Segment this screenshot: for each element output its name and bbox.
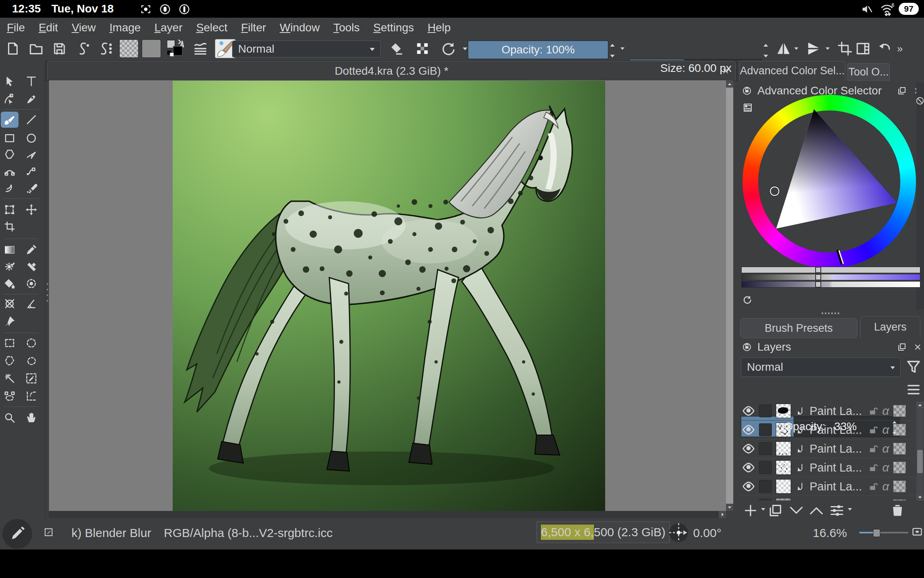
tool-gradient[interactable] [1,242,18,258]
workspace-chooser-button[interactable] [853,40,873,57]
blend-mode-dropdown[interactable]: Normal [232,41,381,57]
tab-advanced-color-selector[interactable]: Advanced Color Sel... [739,61,845,81]
reload-preset-button[interactable] [438,40,459,57]
inherit-alpha-checker-icon[interactable] [893,499,906,500]
layer-properties-options-arrow[interactable] [847,508,853,511]
visibility-eye-icon[interactable] [742,463,755,472]
tool-line[interactable] [22,112,40,128]
layer-list-scrollbar[interactable] [916,402,924,500]
visibility-eye-icon[interactable] [742,482,755,491]
no-color-icon[interactable] [916,96,924,105]
pattern-swatch[interactable] [141,40,161,57]
layer-row[interactable]: Paint La... α [739,477,916,496]
menu-select[interactable]: Select [189,21,234,34]
layer-properties-button[interactable] [829,503,845,518]
tool-select-shapes[interactable] [1,73,18,89]
alpha-lock-icon[interactable]: α [882,498,889,500]
pattern-curve-button[interactable] [96,40,116,57]
colorspace-label[interactable]: RGB/Alpha (8-b...V2-srgbtrc.icc [164,526,332,540]
tool-enclose-fill[interactable] [22,276,40,292]
current-brush-name[interactable]: k) Blender Blur [71,526,151,540]
tab-tool-options[interactable]: Tool O... [847,63,890,81]
new-document-button[interactable] [3,40,22,57]
layer-opacity-spinner[interactable] [891,419,898,437]
shade-bar-1[interactable] [741,267,920,273]
tool-magic-wand-select[interactable] [1,370,18,386]
lock-icon[interactable] [868,481,878,492]
layer-color-label[interactable] [759,480,772,493]
layer-row[interactable]: Paint La... α [739,421,916,439]
layer-color-label[interactable] [759,499,772,500]
menu-tools[interactable]: Tools [326,21,366,34]
layer-color-label[interactable] [759,461,772,474]
layer-options-icon[interactable] [905,382,922,398]
visibility-eye-icon[interactable] [742,444,755,453]
sv-cursor[interactable] [770,187,779,196]
layer-filter-icon[interactable] [905,358,922,376]
toolbar-overflow-button[interactable]: » [894,40,906,57]
tool-move[interactable] [22,202,40,218]
inherit-alpha-checker-icon[interactable] [893,462,906,474]
menu-image[interactable]: Image [103,21,148,34]
brush-settings-button[interactable] [190,40,210,57]
lock-icon[interactable] [868,462,878,473]
layer-thumbnail[interactable] [776,498,791,500]
tool-calligraphy[interactable] [22,91,40,107]
shade-handle-2[interactable] [815,274,821,280]
opacity-slider[interactable]: Opacity: 100% [468,41,608,59]
opacity-options-arrow[interactable] [618,40,627,57]
layer-thumbnail[interactable] [776,441,791,456]
document-tab[interactable]: Dotted4.kra (2.3 GiB) * × [47,61,736,80]
delete-layer-button[interactable] [890,502,905,518]
tab-layers[interactable]: Layers [860,316,920,338]
zoom-value[interactable]: 16.6% [813,526,847,540]
sv-triangle[interactable] [742,95,916,268]
zoom-slider[interactable] [859,532,908,533]
alpha-lock-icon[interactable]: α [882,442,889,455]
tool-crop[interactable] [1,219,18,235]
canvas-horizontal-scrollbar[interactable] [49,511,726,518]
layer-thumbnail[interactable] [776,404,791,418]
tool-dynamic-brush[interactable] [1,180,18,196]
tool-freehand-brush[interactable] [1,112,18,128]
mirror-vertical-button[interactable] [803,40,824,57]
tool-ellipse-select[interactable] [22,335,40,351]
tool-freehand-path[interactable] [22,163,40,179]
zoom-slider-handle[interactable] [873,529,880,537]
opacity-spinner[interactable] [609,42,616,59]
tool-pan[interactable] [22,410,40,426]
tool-text[interactable] [22,73,40,89]
image-dimensions[interactable]: 6,500 x 6, 500 (2.3 GiB) [536,521,670,543]
menu-window[interactable]: Window [273,21,327,34]
menu-file[interactable]: File [0,21,32,34]
panel-splitter-handle[interactable] [47,283,48,302]
open-document-button[interactable] [27,40,46,57]
move-layer-down-button[interactable] [789,504,804,517]
docker-lock-icon[interactable] [742,342,752,352]
visibility-eye-icon[interactable] [742,425,755,435]
tool-rectangle[interactable] [1,130,18,146]
canvas-area[interactable] [49,80,726,511]
layer-row[interactable]: Paint La... α [739,402,916,421]
gradient-curve-button[interactable] [73,40,92,57]
layer-thumbnail[interactable] [776,479,791,494]
tool-assistants[interactable] [1,296,18,312]
float-docker-icon[interactable] [897,86,907,96]
refresh-shades-icon[interactable] [741,294,753,306]
rotation-value[interactable]: 0.00° [693,526,721,540]
tool-transform[interactable] [1,202,18,218]
canvas-vertical-scrollbar[interactable] [726,80,733,511]
tool-bezier-curve[interactable] [1,163,18,179]
gradient-swatch[interactable] [119,40,139,57]
layer-color-label[interactable] [759,404,772,417]
canvas-rotation-icon[interactable] [667,521,690,544]
alpha-lock-icon[interactable]: α [882,404,889,418]
shade-bar-2[interactable] [741,274,920,280]
float-docker-icon[interactable] [897,342,907,352]
visibility-eye-icon[interactable] [742,406,755,416]
tool-zoom[interactable] [1,410,18,426]
eraser-toggle-button[interactable] [386,40,407,57]
mirror-vertical-options-arrow[interactable] [823,40,832,57]
undo-button[interactable] [875,40,894,57]
add-layer-options-arrow[interactable] [761,508,766,511]
